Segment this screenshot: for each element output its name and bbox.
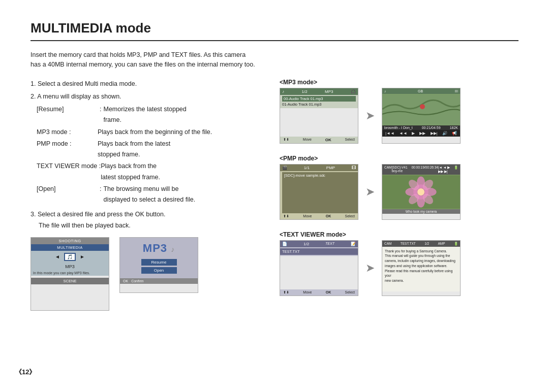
text-file-icon: 📝 bbox=[351, 242, 356, 246]
multimedia-label: MULTIMEDIA bbox=[31, 244, 109, 251]
mp3-list-top: ♪ 1/2 MP3 🎧 bbox=[280, 88, 358, 95]
text-detail: TEXT VIEWER mode : Plays back from the l… bbox=[30, 161, 264, 183]
icon-row: ◄ 🎵 ► bbox=[31, 251, 109, 263]
prev-icon-2: ◄◄ bbox=[399, 131, 407, 136]
text-track-1: TEST.TXT bbox=[280, 248, 358, 255]
page-title: MULTIMEDIA mode bbox=[30, 20, 518, 41]
arrow-right-icon-2: ➤ bbox=[365, 185, 375, 199]
music-icon-2: ♪ bbox=[384, 89, 386, 93]
mp3-controls: |◄◄ ◄◄ ▶ ▶▶ ▶▶| 🔊 📢 bbox=[382, 130, 460, 137]
mp3-play-top: ♪ GB |||| bbox=[382, 88, 460, 94]
step-2: 2. A menu will display as shown. bbox=[30, 91, 264, 102]
step-1: 1. Select a desired Multi media mode. bbox=[30, 79, 264, 89]
mp3-detail: MP3 mode : Plays back from the beginning… bbox=[30, 127, 264, 138]
mp3logo-bottom: OK Confirm bbox=[120, 278, 198, 284]
steps-section: 1. Select a desired Multi media mode. 2.… bbox=[30, 79, 264, 231]
pmp-play-top: CAM [SDC]-V41 boy-me 00:00:19/00:26:34 |… bbox=[382, 165, 460, 175]
mp3-mode-label: <MP3 mode> bbox=[280, 79, 518, 86]
track-2: 01-Audio Track 01.mp3 bbox=[282, 102, 356, 107]
mp3logo-screen: MP3 ♪ Resume Open OK Confirm bbox=[119, 237, 198, 293]
text-mode-label: <TEXT VIEWER mode> bbox=[280, 231, 518, 238]
speaker-icon: 📢 bbox=[452, 131, 457, 136]
music-icon: ♪ bbox=[282, 89, 284, 94]
svg-point-4 bbox=[417, 188, 424, 195]
shooting-label: SHOOTING bbox=[31, 238, 109, 244]
prev-icon: ◄ bbox=[55, 254, 60, 259]
battery-icon-2: 🔋 bbox=[454, 242, 458, 246]
mp3-big-label: MP3 ♪ bbox=[143, 242, 175, 255]
resume-detail: [Resume] : Memorizes the latest stopped … bbox=[30, 104, 264, 126]
pmp-screen-row: 🎬 1/1 PMP 🎞 [SDC]-move sample.sdc ⬆⬇ Mov… bbox=[280, 164, 518, 220]
play-icon: ▶ bbox=[412, 131, 415, 136]
mp3-list-screen: ♪ 1/2 MP3 🎧 00-Audio Track 01.mp3 01-Aud… bbox=[280, 88, 358, 144]
video-icon: 🎬 bbox=[282, 166, 287, 170]
arrow-right-icon: ➤ bbox=[365, 109, 375, 122]
pmp-list-screen: 🎬 1/1 PMP 🎞 [SDC]-move sample.sdc ⬆⬇ Mov… bbox=[280, 164, 358, 220]
next-icon: ► bbox=[80, 254, 85, 259]
next-track-icon: ▶▶| bbox=[431, 131, 438, 136]
text-screen-row: 📄 1/2 TEXT 📝 TEST.TXT ⬆⬇ Move OK Select … bbox=[280, 240, 518, 296]
battery-icon: 🔋 bbox=[454, 166, 458, 174]
mp3logo-content: MP3 ♪ Resume Open bbox=[120, 238, 198, 278]
pmp-caption: Who took my camera bbox=[382, 209, 460, 214]
track-1: 00-Audio Track 01.mp3 bbox=[282, 96, 356, 102]
pmp-play-screen: CAM [SDC]-V41 boy-me 00:00:19/00:26:34 |… bbox=[382, 164, 461, 220]
text-list-screen: 📄 1/2 TEXT 📝 TEST.TXT ⬆⬇ Move OK Select bbox=[280, 240, 358, 296]
pmp-track-list: [SDC]-move sample.sdc bbox=[280, 171, 358, 220]
pmp-mode-label: <PMP mode> bbox=[280, 155, 518, 162]
text-view-screen: CAM TEST.TXT 1/2 AMP 🔋 Thank you for buy… bbox=[382, 240, 461, 296]
text-view-body: Thank you for buying a Samsung Camera. T… bbox=[382, 247, 460, 291]
mp3-list-bottom: ⬆⬇ Move OK Select bbox=[280, 137, 358, 143]
intro-text: Insert the memory card that holds MP3, P… bbox=[30, 50, 518, 70]
open-detail: [Open] : The browsing menu will be displ… bbox=[30, 184, 264, 206]
text-view-top: CAM TEST.TXT 1/2 AMP 🔋 bbox=[382, 241, 460, 247]
text-icon: 📄 bbox=[282, 242, 287, 246]
headphone-icon: 🎧 bbox=[351, 89, 356, 94]
mp3-icon: 🎵 bbox=[64, 253, 76, 261]
menu-info-text: In this mode you can play MP3 files. bbox=[31, 270, 109, 276]
page-number: 《12》 bbox=[15, 368, 36, 377]
mp3-menu-btns: Resume Open bbox=[141, 259, 177, 274]
open-btn[interactable]: Open bbox=[141, 267, 177, 274]
step-3: 3. Select a desired file and press the O… bbox=[30, 209, 264, 231]
controls-icon: |◄ ◄ ▶ ▶▶ ▶| bbox=[438, 166, 454, 174]
svg-point-1 bbox=[420, 104, 425, 109]
text-list-bottom: ⬆⬇ Move OK Select bbox=[280, 289, 358, 296]
film-icon: 🎞 bbox=[352, 166, 356, 170]
pmp-detail: PMP mode : Plays back from the latest st… bbox=[30, 139, 264, 160]
mp3-menu-label: MP3 bbox=[31, 263, 109, 270]
pmp-track-1: [SDC]-move sample.sdc bbox=[282, 172, 358, 220]
mp3-screen-row: ♪ 1/2 MP3 🎧 00-Audio Track 01.mp3 01-Aud… bbox=[280, 88, 518, 144]
mp3-info-bar: brosmith - I Don_t 00:21/04:59 182K bbox=[382, 125, 460, 130]
scene-label: SCENE bbox=[31, 278, 109, 284]
volume-icon: 🔊 bbox=[442, 131, 447, 136]
mp3-track-list: 00-Audio Track 01.mp3 01-Audio Track 01.… bbox=[280, 95, 358, 108]
pmp-list-bottom: ⬆⬇ Move OK Select bbox=[280, 213, 358, 219]
arrow-right-icon-3: ➤ bbox=[365, 262, 375, 275]
next-icon-2: ▶▶ bbox=[419, 131, 425, 136]
mp3-play-screen: ♪ GB |||| brosmith - I Don_t 00:21/04:59 bbox=[382, 88, 461, 144]
map-area bbox=[382, 94, 460, 125]
prev-track-icon: |◄◄ bbox=[385, 131, 394, 136]
text-track-list: TEST.TXT bbox=[280, 247, 358, 256]
pmp-list-top: 🎬 1/1 PMP 🎞 bbox=[280, 165, 358, 171]
resume-btn[interactable]: Resume bbox=[141, 259, 177, 266]
pmp-photo-area bbox=[382, 175, 460, 209]
menu-screen: SHOOTING MULTIMEDIA ◄ 🎵 ► MP3 In this mo… bbox=[30, 237, 109, 311]
text-list-top: 📄 1/2 TEXT 📝 bbox=[280, 241, 358, 247]
